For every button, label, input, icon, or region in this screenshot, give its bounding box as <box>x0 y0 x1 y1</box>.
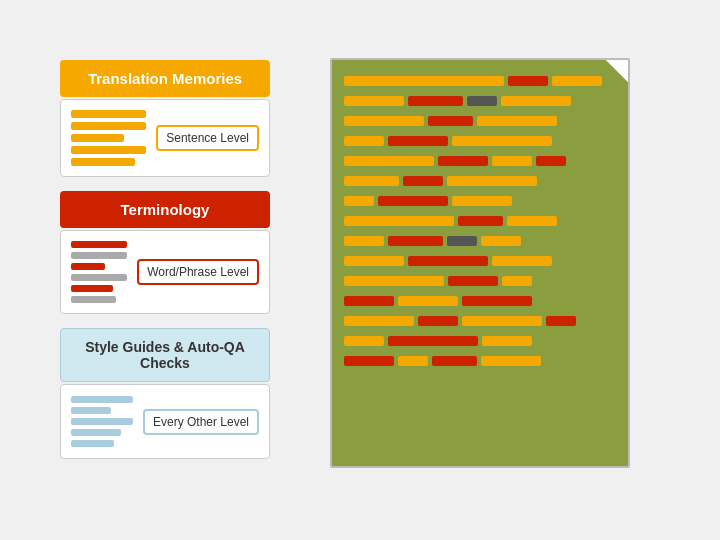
doc-bar-5-2 <box>447 176 537 186</box>
tm-line-4 <box>71 146 146 154</box>
doc-row-2 <box>344 114 616 128</box>
left-panel: Translation Memories Sentence Level Term… <box>60 60 270 473</box>
doc-row-8 <box>344 234 616 248</box>
doc-bar-0-1 <box>508 76 548 86</box>
tm-block: Translation Memories Sentence Level <box>60 60 270 177</box>
term-label: Word/Phrase Level <box>137 259 259 285</box>
doc-bar-12-0 <box>344 316 414 326</box>
tm-header: Translation Memories <box>60 60 270 97</box>
tm-line-1 <box>71 110 146 118</box>
doc-bar-9-2 <box>492 256 552 266</box>
doc-bar-10-2 <box>502 276 532 286</box>
sg-content: Every Other Level <box>60 384 270 459</box>
doc-bar-8-2 <box>447 236 477 246</box>
tm-label: Sentence Level <box>156 125 259 151</box>
doc-bar-4-1 <box>438 156 488 166</box>
doc-bar-4-2 <box>492 156 532 166</box>
doc-bar-7-1 <box>458 216 503 226</box>
tm-line-2 <box>71 122 146 130</box>
doc-bar-11-1 <box>398 296 458 306</box>
doc-bar-11-0 <box>344 296 394 306</box>
doc-row-7 <box>344 214 616 228</box>
sg-line-4 <box>71 429 121 436</box>
sg-line-1 <box>71 396 133 403</box>
doc-row-6 <box>344 194 616 208</box>
doc-bar-8-0 <box>344 236 384 246</box>
doc-row-3 <box>344 134 616 148</box>
document-visualization <box>330 58 630 468</box>
doc-bar-12-2 <box>462 316 542 326</box>
term-block: Terminology Word/Phrase Level <box>60 191 270 314</box>
term-header: Terminology <box>60 191 270 228</box>
doc-bar-1-0 <box>344 96 404 106</box>
doc-row-13 <box>344 334 616 348</box>
tm-line-5 <box>71 158 135 166</box>
term-line-1 <box>71 241 127 248</box>
doc-bar-1-3 <box>501 96 571 106</box>
doc-row-14 <box>344 354 616 368</box>
doc-bar-2-0 <box>344 116 424 126</box>
doc-bar-10-0 <box>344 276 444 286</box>
term-line-5 <box>71 285 113 292</box>
doc-bar-8-1 <box>388 236 443 246</box>
doc-row-1 <box>344 94 616 108</box>
term-line-6 <box>71 296 116 303</box>
fold-corner-icon <box>606 60 628 82</box>
doc-bar-14-2 <box>432 356 477 366</box>
doc-row-5 <box>344 174 616 188</box>
doc-row-9 <box>344 254 616 268</box>
doc-row-0 <box>344 74 616 88</box>
doc-bar-4-3 <box>536 156 566 166</box>
sg-line-2 <box>71 407 111 414</box>
doc-bar-0-2 <box>552 76 602 86</box>
doc-bar-7-2 <box>507 216 557 226</box>
doc-bar-1-2 <box>467 96 497 106</box>
doc-bar-0-0 <box>344 76 504 86</box>
term-content: Word/Phrase Level <box>60 230 270 314</box>
term-line-2 <box>71 252 127 259</box>
document-rows <box>344 74 616 368</box>
doc-bar-14-0 <box>344 356 394 366</box>
doc-row-4 <box>344 154 616 168</box>
doc-bar-13-1 <box>388 336 478 346</box>
doc-bar-6-2 <box>452 196 512 206</box>
sg-lines <box>71 396 133 447</box>
doc-bar-8-3 <box>481 236 521 246</box>
doc-bar-9-1 <box>408 256 488 266</box>
doc-row-11 <box>344 294 616 308</box>
doc-bar-6-0 <box>344 196 374 206</box>
doc-bar-9-0 <box>344 256 404 266</box>
doc-bar-10-1 <box>448 276 498 286</box>
doc-bar-14-1 <box>398 356 428 366</box>
doc-bar-5-1 <box>403 176 443 186</box>
doc-bar-13-2 <box>482 336 532 346</box>
doc-bar-14-3 <box>481 356 541 366</box>
sg-block: Style Guides & Auto-QA Checks Every Othe… <box>60 328 270 459</box>
doc-bar-3-2 <box>452 136 552 146</box>
doc-bar-1-1 <box>408 96 463 106</box>
tm-content: Sentence Level <box>60 99 270 177</box>
sg-line-3 <box>71 418 133 425</box>
term-lines <box>71 241 127 303</box>
tm-lines <box>71 110 146 166</box>
term-line-3 <box>71 263 105 270</box>
sg-line-5 <box>71 440 114 447</box>
doc-bar-4-0 <box>344 156 434 166</box>
sg-header: Style Guides & Auto-QA Checks <box>60 328 270 382</box>
doc-bar-2-1 <box>428 116 473 126</box>
term-line-4 <box>71 274 127 281</box>
doc-bar-12-1 <box>418 316 458 326</box>
doc-bar-3-1 <box>388 136 448 146</box>
doc-row-12 <box>344 314 616 328</box>
sg-label: Every Other Level <box>143 409 259 435</box>
doc-bar-12-3 <box>546 316 576 326</box>
doc-bar-7-0 <box>344 216 454 226</box>
doc-bar-2-2 <box>477 116 557 126</box>
doc-bar-6-1 <box>378 196 448 206</box>
tm-line-3 <box>71 134 124 142</box>
doc-bar-11-2 <box>462 296 532 306</box>
doc-bar-5-0 <box>344 176 399 186</box>
doc-bar-13-0 <box>344 336 384 346</box>
doc-bar-3-0 <box>344 136 384 146</box>
doc-row-10 <box>344 274 616 288</box>
